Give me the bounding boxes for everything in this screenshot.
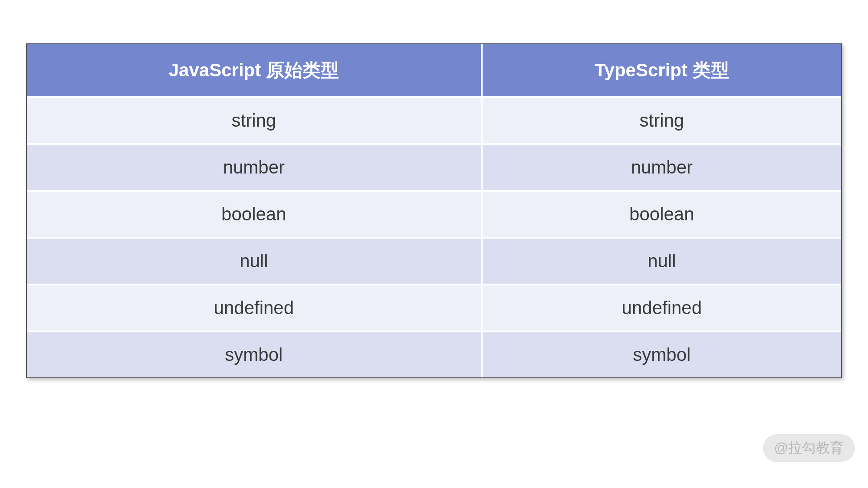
header-typescript: TypeScript 类型 [482, 44, 841, 97]
table-header-row: JavaScript 原始类型 TypeScript 类型 [27, 44, 841, 97]
cell-ts-type: undefined [482, 285, 841, 331]
header-javascript: JavaScript 原始类型 [27, 44, 482, 97]
cell-ts-type: string [482, 97, 841, 144]
cell-js-type: number [27, 144, 482, 191]
table-row: undefined undefined [27, 285, 841, 331]
table-row: null null [27, 238, 841, 285]
cell-ts-type: boolean [482, 191, 841, 238]
cell-js-type: boolean [27, 191, 482, 238]
table-row: boolean boolean [27, 191, 841, 238]
cell-js-type: symbol [27, 331, 482, 377]
cell-js-type: null [27, 238, 482, 285]
cell-js-type: undefined [27, 285, 482, 331]
table-row: symbol symbol [27, 331, 841, 377]
cell-ts-type: number [482, 144, 841, 191]
cell-js-type: string [27, 97, 482, 144]
table-row: number number [27, 144, 841, 191]
table-row: string string [27, 97, 841, 144]
cell-ts-type: null [482, 238, 841, 285]
cell-ts-type: symbol [482, 331, 841, 377]
type-comparison-table: JavaScript 原始类型 TypeScript 类型 string str… [26, 43, 842, 378]
watermark-badge: @拉勾教育 [763, 434, 855, 462]
